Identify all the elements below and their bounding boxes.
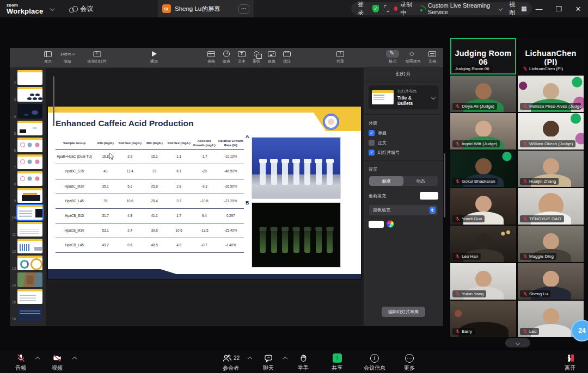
participant-tile[interactable]: Huaijin Zhang <box>518 151 584 187</box>
segment-dynamic[interactable]: 动态 <box>403 176 438 186</box>
current-fill-swatch[interactable] <box>420 192 438 200</box>
participant-tile[interactable]: Maggie Ding <box>518 226 584 262</box>
sign-in-button[interactable]: 登录 <box>358 1 367 17</box>
collaborate-button[interactable]: 共享 <box>336 50 344 64</box>
zoom-select[interactable]: 145% 缩放 <box>60 50 75 64</box>
ellipsis-icon[interactable]: ⋯ <box>238 4 249 14</box>
format-tab[interactable]: 格式 <box>386 50 399 64</box>
edit-slide-layout-button[interactable]: 编辑幻灯片布局 <box>382 307 425 317</box>
participant-tile[interactable]: Melissa Pires-Alves (Judge) <box>518 76 584 112</box>
text-button[interactable]: 文本 <box>238 50 246 64</box>
participant-tile[interactable]: Sheng Lu <box>518 263 584 300</box>
table-button[interactable]: 表格 <box>207 50 215 64</box>
slide-thumbnail[interactable]: 7 <box>10 152 46 169</box>
audio-button[interactable]: 音频 <box>15 353 26 372</box>
slide-canvas[interactable]: Enhanced Caffeic Acid Production Sample … <box>46 68 363 326</box>
more-videos-button[interactable] <box>505 338 530 347</box>
participant-tile[interactable]: Divya Ali (Judge) <box>450 76 516 112</box>
play-button[interactable]: 播放 <box>150 50 158 64</box>
checkbox-checked-icon[interactable]: ✓ <box>369 150 375 156</box>
video-options-chevron[interactable] <box>72 357 77 361</box>
participant-name-label: Maggie Ding <box>520 253 556 260</box>
slide-thumbnail[interactable]: 3 <box>10 85 46 102</box>
background-segmented-control[interactable]: 标准 动态 <box>369 176 438 186</box>
participants-options-chevron[interactable] <box>248 357 252 361</box>
people-icon <box>69 6 77 12</box>
participant-tile[interactable]: Ingrid Witt (Judge) <box>450 113 516 150</box>
participant-tile[interactable]: Yulun Yang <box>450 263 516 300</box>
format-brush-icon <box>389 51 396 57</box>
participant-tile[interactable]: Barry <box>450 301 516 337</box>
fill-color-swatch[interactable] <box>369 221 384 228</box>
muted-mic-icon <box>455 254 460 259</box>
slide-number-checkbox-row[interactable]: ✓ 幻灯片编号 <box>369 150 438 156</box>
participant-tile[interactable]: TENGYUE GAO <box>518 188 584 225</box>
add-slide-button[interactable]: 添加幻灯片 <box>88 50 107 64</box>
slide-thumbnail[interactable]: 2 <box>10 68 46 85</box>
shield-check-icon[interactable]: ✓ <box>372 5 379 13</box>
participant-tile[interactable]: Leo Han <box>450 226 516 262</box>
slide-layout-selector[interactable]: 幻灯片布局 Title & Bullets <box>369 85 438 109</box>
participant-name-label: Yulun Yang <box>452 290 486 297</box>
fullscreen-icon[interactable] <box>384 5 389 12</box>
add-slide-icon <box>93 51 101 57</box>
more-button[interactable]: ⋯ 更多 <box>404 353 415 372</box>
chat-button[interactable]: 聊天 <box>263 353 274 372</box>
segment-standard[interactable]: 标准 <box>369 176 403 186</box>
meeting-info-button[interactable]: i 会议信息 <box>364 353 385 372</box>
body-checkbox-row[interactable]: ✓ 正文 <box>369 140 438 146</box>
maximize-button[interactable]: ❒ <box>549 0 568 17</box>
slide-thumbnail[interactable]: 8 <box>10 169 46 186</box>
slide-thumbnail[interactable]: 12 <box>10 237 46 253</box>
participant-tile[interactable]: William Okech (Judge) <box>518 113 584 150</box>
panel-scrollbar[interactable] <box>444 153 445 217</box>
share-screen-button[interactable]: ↑ 共享 <box>332 353 342 372</box>
participant-name-label: Huaijin Zhang <box>520 178 559 185</box>
minimize-button[interactable]: — <box>529 0 549 17</box>
slide-thumbnail[interactable]: 6 <box>10 135 46 152</box>
slide-thumbnail[interactable]: 5 <box>10 119 46 135</box>
chat-options-chevron[interactable] <box>283 357 287 361</box>
slide-thumbnail[interactable]: 16 <box>10 304 46 321</box>
audio-options-chevron[interactable] <box>35 357 40 361</box>
color-wheel-icon[interactable] <box>387 220 394 228</box>
recording-indicator[interactable]: 录制中 <box>394 1 415 17</box>
view-menu-button[interactable]: 显示 <box>44 50 52 64</box>
meeting-tab[interactable]: 会议 <box>69 4 93 14</box>
slide-thumbnail[interactable]: 15 <box>10 287 46 304</box>
slide-thumbnail[interactable]: 9 <box>10 186 46 203</box>
participant-tile[interactable]: Gokul Bhaskaran <box>450 151 516 187</box>
slide-thumbnail[interactable]: 4 <box>10 102 46 119</box>
media-button[interactable]: 媒体 <box>268 50 275 64</box>
muted-mic-icon <box>455 179 460 184</box>
color-fill-dropdown[interactable]: 颜色填充 <box>369 204 438 216</box>
muted-mic-icon <box>523 179 528 184</box>
participant-tile[interactable]: Judging Room 06 Judging Room 06 <box>450 38 516 74</box>
participant-tile[interactable]: Leo 24 <box>518 301 584 337</box>
close-button[interactable]: ✕ <box>568 0 588 17</box>
slide-thumbnail[interactable]: 14 <box>10 270 46 287</box>
shared-screen-tab[interactable]: SL Sheng Lu的屏幕 ⋯ <box>158 0 254 17</box>
leave-button[interactable]: 离开 <box>565 353 575 372</box>
view-button[interactable]: 视图 <box>509 1 525 17</box>
participant-tile[interactable]: LichuanChen (PI) LichuanChen (PI) <box>518 38 584 74</box>
chevron-down-icon[interactable] <box>50 7 54 11</box>
shape-button[interactable]: 形状 <box>253 50 260 64</box>
video-button[interactable]: 视频 <box>52 353 63 372</box>
streaming-indicator[interactable]: Custom Live Streaming Service <box>420 2 502 15</box>
slide-thumbnail[interactable]: 10 <box>10 203 46 220</box>
participant-tile[interactable]: Yundi Guo <box>450 188 516 225</box>
animate-tab[interactable]: 动画效果 <box>406 50 421 64</box>
title-checkbox-row[interactable]: ✓ 标题 <box>369 130 438 136</box>
participants-button[interactable]: 22 参会者 <box>222 353 240 372</box>
comment-button[interactable]: 批注 <box>283 50 291 64</box>
thumbnail-scrollbar[interactable] <box>53 76 54 126</box>
document-tab[interactable]: 文稿 <box>428 50 436 64</box>
participant-name-label: Leo Han <box>452 253 481 260</box>
slide-thumbnail[interactable]: 11 <box>10 220 46 237</box>
checkbox-checked-icon[interactable]: ✓ <box>369 130 375 136</box>
raise-hand-button[interactable]: 举手 <box>298 353 309 372</box>
chart-button[interactable]: 图表 <box>223 50 230 64</box>
checkbox-unchecked-icon[interactable]: ✓ <box>369 140 375 146</box>
slide-thumbnail[interactable]: 13 <box>10 253 46 270</box>
